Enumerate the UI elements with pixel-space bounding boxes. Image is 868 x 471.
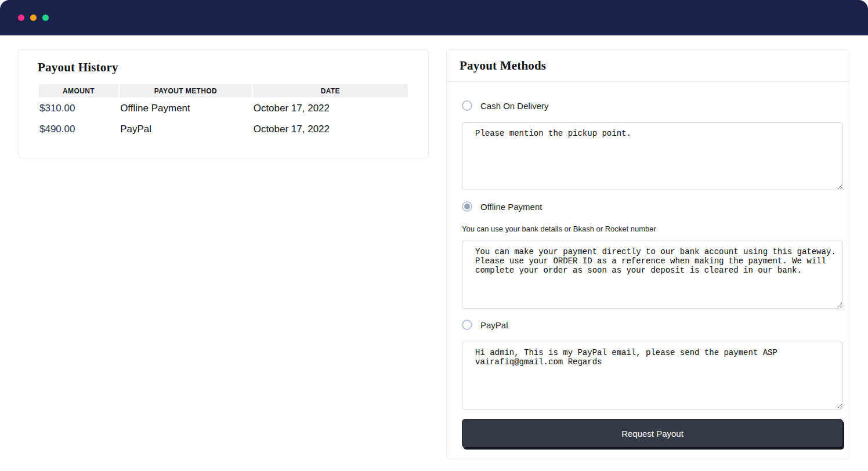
table-row: $490.00 PayPal October 17, 2022 (39, 118, 408, 139)
radio-offline-payment[interactable] (462, 201, 472, 212)
request-payout-button[interactable]: Request Payout (462, 419, 843, 448)
column-header-amount: AMOUNT (39, 84, 118, 97)
window-maximize-dot-icon[interactable] (42, 15, 49, 21)
payout-amount: $310.00 (39, 97, 118, 118)
offline-payment-note: You can use your bank details or Bkash o… (462, 224, 841, 233)
cash-on-delivery-textarea[interactable]: Please mention the pickup point. (462, 122, 843, 190)
payout-amount: $490.00 (39, 118, 118, 139)
payout-history-title: Payout History (38, 60, 409, 75)
option-offline-payment[interactable]: Offline Payment (462, 201, 841, 212)
window-titlebar (0, 0, 868, 35)
window-close-dot-icon[interactable] (18, 15, 24, 21)
payout-methods-body: Cash On Delivery Please mention the pick… (447, 100, 849, 448)
payout-methods-card: Payout Methods Cash On Delivery Please m… (446, 49, 849, 459)
option-label: PayPal (480, 320, 508, 330)
column-header-method: PAYOUT METHOD (120, 84, 252, 97)
table-row: $310.00 Offline Payment October 17, 2022 (39, 97, 408, 118)
window-minimize-dot-icon[interactable] (30, 15, 37, 21)
payout-date: October 17, 2022 (253, 97, 408, 118)
offline-payment-textarea[interactable]: You can make your payment directly to ou… (462, 241, 843, 309)
paypal-textarea[interactable]: Hi admin, This is my PayPal email, pleas… (462, 342, 843, 410)
option-label: Offline Payment (480, 202, 542, 212)
main-content: Payout History AMOUNT PAYOUT METHOD DATE… (0, 35, 868, 459)
table-header-row: AMOUNT PAYOUT METHOD DATE (39, 84, 408, 97)
payout-history-table: AMOUNT PAYOUT METHOD DATE $310.00 Offlin… (38, 84, 409, 139)
option-cash-on-delivery[interactable]: Cash On Delivery (462, 100, 841, 111)
option-paypal[interactable]: PayPal (462, 319, 841, 331)
payout-date: October 17, 2022 (253, 118, 408, 139)
option-label: Cash On Delivery (480, 101, 549, 111)
column-header-date: DATE (253, 84, 408, 97)
payout-method: Offline Payment (120, 97, 252, 118)
payout-methods-header: Payout Methods (447, 50, 849, 82)
app-window: Payout History AMOUNT PAYOUT METHOD DATE… (0, 0, 868, 471)
radio-cash-on-delivery[interactable] (462, 100, 472, 111)
radio-paypal[interactable] (462, 320, 472, 330)
payout-methods-title: Payout Methods (460, 59, 836, 73)
payout-history-card: Payout History AMOUNT PAYOUT METHOD DATE… (18, 49, 429, 158)
payout-method: PayPal (120, 118, 252, 139)
